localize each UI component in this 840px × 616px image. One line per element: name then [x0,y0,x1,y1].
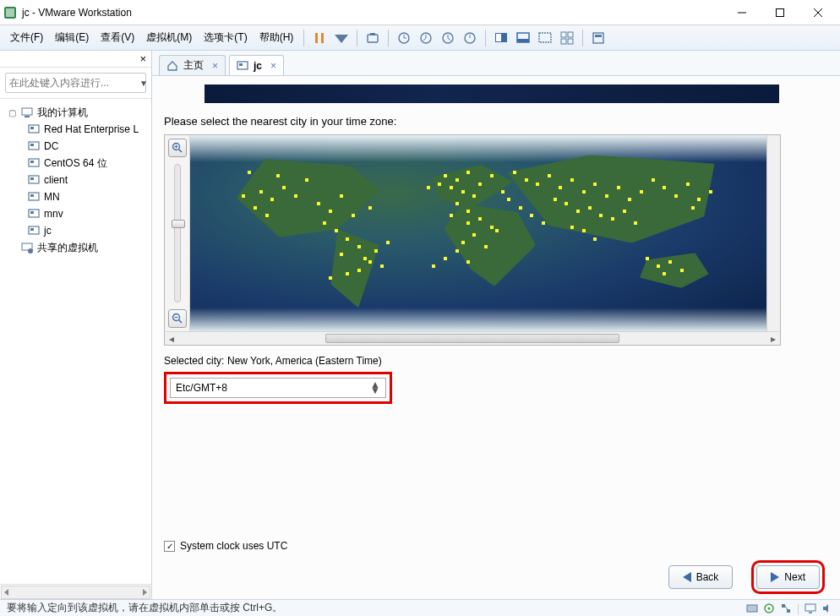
city-dot[interactable] [472,233,476,237]
city-dot[interactable] [270,198,274,201]
city-dot[interactable] [513,171,516,174]
collapse-icon[interactable]: ▢ [7,108,17,117]
city-dot[interactable] [490,226,494,229]
city-dot[interactable] [628,198,631,201]
disk-icon[interactable] [746,602,758,614]
city-dot[interactable] [466,221,470,225]
zoom-slider[interactable] [174,164,181,303]
city-dot[interactable] [709,190,712,194]
city-dot[interactable] [461,241,465,244]
city-dot[interactable] [686,183,690,186]
close-button[interactable] [799,1,837,25]
city-dot[interactable] [317,202,320,205]
city-dot[interactable] [588,206,592,210]
city-dot[interactable] [432,264,435,268]
city-dot[interactable] [490,174,494,177]
tree-root-my-computer[interactable]: ▢ 我的计算机 [3,104,148,121]
view-unity-icon[interactable] [513,28,533,48]
chevron-down-icon[interactable]: ▼ [136,79,148,88]
sidebar-close-icon[interactable]: × [139,52,146,65]
vm-console[interactable]: Please select the nearest city in your t… [152,76,840,599]
city-dot[interactable] [478,217,482,221]
city-dot[interactable] [697,198,701,201]
menu-help[interactable]: 帮助(H) [254,27,299,48]
city-dot[interactable] [663,272,666,275]
utc-checkbox[interactable]: ✓ [164,541,175,552]
city-dot[interactable] [455,178,459,182]
tab-home[interactable]: 主页 × [159,55,226,75]
city-dot[interactable] [668,260,672,264]
city-dot[interactable] [691,206,695,210]
maximize-button[interactable] [761,1,799,25]
city-dot[interactable] [623,210,626,213]
library-icon[interactable] [588,28,608,48]
network-icon[interactable] [780,602,792,614]
city-dot[interactable] [294,194,297,198]
tree-vm-item[interactable]: Red Hat Enterprise L [3,121,148,138]
scroll-left-icon[interactable]: ◂ [165,332,178,345]
menu-tabs[interactable]: 选项卡(T) [199,27,252,48]
tree-vm-item[interactable]: DC [3,138,148,155]
spin-icon[interactable]: ▲▼ [370,382,380,394]
city-dot[interactable] [554,198,557,201]
city-dot[interactable] [363,257,367,260]
city-dot[interactable] [478,183,482,186]
city-dot[interactable] [565,202,568,205]
city-dot[interactable] [674,194,678,198]
map-hscrollbar[interactable]: ◂ ▸ [165,331,780,345]
clock3-icon[interactable] [438,28,458,48]
city-dot[interactable] [593,183,597,186]
city-dot[interactable] [617,186,620,189]
view-multi-icon[interactable] [557,28,577,48]
city-dot[interactable] [466,260,470,264]
city-dot[interactable] [466,171,470,174]
tree-vm-item[interactable]: MN [3,188,148,205]
view-console-icon[interactable] [491,28,511,48]
city-dot[interactable] [357,269,361,272]
city-dot[interactable] [346,237,349,241]
city-dot[interactable] [444,257,447,260]
city-dot[interactable] [652,178,655,182]
city-dot[interactable] [657,264,660,268]
city-dot[interactable] [472,194,476,198]
city-dot[interactable] [570,178,574,182]
city-dot[interactable] [525,178,528,182]
dropdown-icon[interactable] [331,28,352,48]
zoom-in-button[interactable] [168,139,187,157]
city-dot[interactable] [242,194,245,198]
tree-vm-item[interactable]: CentOS 64 位 [3,155,148,172]
city-dot[interactable] [323,221,326,225]
city-dot[interactable] [346,272,349,275]
snapshot-icon[interactable] [363,28,383,48]
search-field[interactable] [9,77,136,89]
city-dot[interactable] [265,214,269,217]
sidebar-hscroll[interactable] [0,584,151,599]
city-dot[interactable] [611,217,614,221]
zoom-out-button[interactable] [168,309,187,328]
display-icon[interactable] [805,602,816,614]
world-map[interactable] [190,135,766,331]
city-dot[interactable] [455,202,459,205]
city-dot[interactable] [438,183,441,186]
city-dot[interactable] [305,178,308,182]
city-dot[interactable] [444,174,447,177]
search-input[interactable]: ▼ [5,73,146,93]
scroll-right-icon[interactable]: ▸ [766,332,780,345]
city-dot[interactable] [340,253,343,256]
menu-vm[interactable]: 虚拟机(M) [141,27,197,48]
zoom-handle[interactable] [172,220,185,228]
tab-close-icon[interactable]: × [270,60,276,72]
menu-view[interactable]: 查看(V) [95,27,139,48]
minimize-button[interactable] [723,1,761,25]
city-dot[interactable] [576,210,580,213]
city-dot[interactable] [542,221,545,225]
city-dot[interactable] [559,186,562,189]
city-dot[interactable] [450,186,453,189]
city-dot[interactable] [427,186,430,189]
city-dot[interactable] [248,171,251,174]
city-dot[interactable] [329,276,332,280]
city-dot[interactable] [340,194,343,198]
city-dot[interactable] [646,257,649,260]
city-dot[interactable] [368,206,372,210]
city-dot[interactable] [466,210,470,213]
